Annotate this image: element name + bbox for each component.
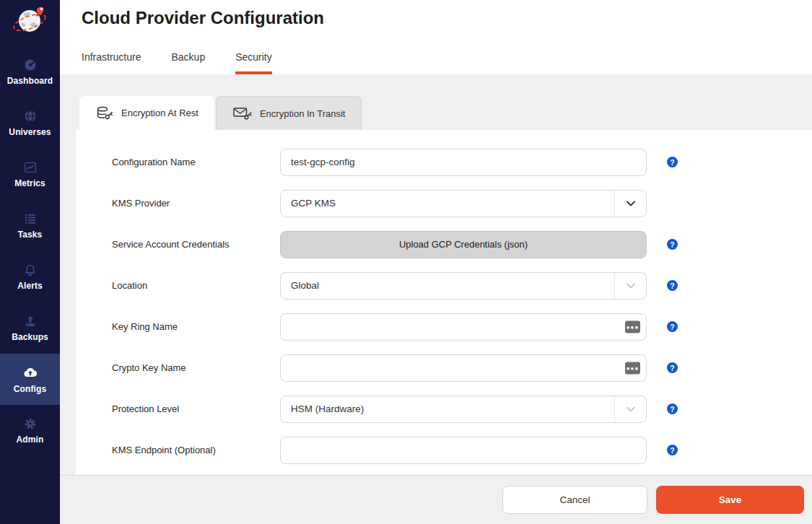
form-row-location: Location Global ? (76, 265, 812, 306)
key-ring-name-label: Key Ring Name (112, 321, 280, 332)
sidebar-item-configs[interactable]: Configs (0, 354, 60, 405)
sidebar-item-tasks[interactable]: Tasks (0, 200, 60, 251)
form-footer: Cancel Save (60, 475, 812, 524)
sidebar-nav: Dashboard Universes Metrics (0, 46, 60, 456)
sidebar-item-label: Tasks (18, 230, 43, 240)
kms-config-form: Configuration Name ? KMS Provider GCP KM… (76, 130, 812, 471)
key-ring-name-input[interactable] (280, 313, 647, 341)
admin-gear-icon (23, 416, 38, 431)
form-row-key-ring-name: Key Ring Name ●●● ? (76, 306, 812, 347)
sidebar-item-metrics[interactable]: Metrics (0, 149, 60, 200)
location-label: Location (112, 280, 280, 291)
help-icon[interactable]: ? (667, 157, 678, 167)
tab-infrastructure[interactable]: Infrastructure (82, 51, 141, 74)
form-row-configuration-name: Configuration Name ? (76, 141, 812, 183)
dashboard-gauge-icon (23, 58, 38, 72)
kms-provider-label: KMS Provider (112, 198, 280, 209)
subtab-encryption-in-transit[interactable]: Encryption In Transit (216, 96, 362, 130)
page-title: Cloud Provider Configuration (82, 8, 324, 28)
main-area: Cloud Provider Configuration Infrastruct… (60, 0, 812, 524)
service-account-credentials-label: Service Account Credentials (112, 239, 280, 250)
globe-rocket-logo-icon (8, 3, 53, 38)
form-row-kms-endpoint: KMS Endpoint (Optional) ? (76, 429, 812, 471)
kms-endpoint-label: KMS Endpoint (Optional) (112, 445, 280, 455)
configuration-name-label: Configuration Name (112, 157, 280, 167)
save-button[interactable]: Save (656, 486, 804, 514)
backups-upload-icon (23, 314, 38, 328)
upload-gcp-credentials-button[interactable]: Upload GCP Credentials (json) (280, 231, 647, 258)
form-row-service-account-credentials: Service Account Credentials Upload GCP C… (76, 224, 812, 265)
chevron-down-icon (614, 273, 646, 299)
help-icon[interactable]: ? (667, 321, 678, 332)
subtab-label: Encryption In Transit (260, 108, 346, 119)
chevron-down-icon (614, 396, 646, 422)
alerts-bell-icon (23, 263, 38, 277)
ellipsis-picker-icon[interactable]: ●●● (625, 362, 640, 374)
top-tab-bar: Infrastructure Backup Security (82, 51, 272, 74)
ellipsis-picker-icon[interactable]: ●●● (625, 320, 640, 333)
configuration-name-input[interactable] (280, 149, 647, 176)
location-select[interactable]: Global (280, 272, 647, 300)
kms-provider-select[interactable]: GCP KMS (280, 190, 647, 217)
encryption-at-rest-panel: Configuration Name ? KMS Provider GCP KM… (76, 130, 812, 475)
form-row-protection-level: Protection Level HSM (Hardware) ? (76, 388, 812, 429)
help-icon[interactable]: ? (667, 403, 678, 414)
protection-level-value: HSM (Hardware) (291, 403, 364, 414)
sidebar-item-label: Alerts (17, 281, 43, 291)
app-logo[interactable] (0, 0, 60, 40)
sidebar-item-label: Configs (14, 384, 46, 394)
crypto-key-name-label: Crypto Key Name (112, 362, 280, 373)
envelope-key-icon (232, 106, 253, 121)
sidebar-item-label: Admin (17, 435, 44, 445)
sidebar-item-label: Universes (9, 127, 51, 137)
page-header: Cloud Provider Configuration Infrastruct… (60, 0, 812, 74)
tab-security[interactable]: Security (235, 51, 272, 74)
metrics-chart-icon (23, 160, 38, 175)
location-value: Global (291, 280, 319, 291)
tab-backup[interactable]: Backup (171, 51, 205, 74)
sidebar-item-admin[interactable]: Admin (0, 405, 60, 456)
sidebar: Dashboard Universes Metrics (0, 0, 60, 524)
sidebar-item-universes[interactable]: Universes (0, 97, 60, 149)
crypto-key-name-input[interactable] (280, 354, 647, 382)
chevron-down-icon (614, 191, 646, 217)
cancel-button[interactable]: Cancel (502, 486, 647, 514)
subtab-encryption-at-rest[interactable]: Encryption At Rest (79, 96, 214, 130)
form-row-kms-provider: KMS Provider GCP KMS (76, 183, 812, 224)
sidebar-item-backups[interactable]: Backups (0, 302, 60, 354)
help-icon[interactable]: ? (667, 445, 678, 455)
help-icon[interactable]: ? (667, 239, 678, 250)
sidebar-item-dashboard[interactable]: Dashboard (0, 46, 60, 97)
protection-level-label: Protection Level (112, 403, 280, 414)
subtab-label: Encryption At Rest (121, 108, 198, 118)
universes-globe-icon (23, 109, 38, 123)
sidebar-item-label: Dashboard (7, 76, 53, 86)
tasks-list-icon (23, 211, 38, 226)
help-icon[interactable]: ? (667, 280, 678, 291)
database-key-icon (95, 106, 114, 121)
content-area: Encryption At Rest Encryption In Transit (60, 74, 812, 524)
help-icon[interactable]: ? (667, 362, 678, 373)
encryption-subtab-bar: Encryption At Rest Encryption In Transit (79, 96, 362, 130)
kms-provider-value: GCP KMS (291, 198, 336, 209)
configs-cloud-icon (22, 364, 38, 380)
sidebar-item-label: Metrics (14, 178, 45, 188)
sidebar-item-label: Backups (12, 332, 48, 342)
sidebar-item-alerts[interactable]: Alerts (0, 251, 60, 302)
form-row-crypto-key-name: Crypto Key Name ●●● ? (76, 347, 812, 388)
help-spacer (667, 198, 678, 209)
kms-endpoint-input[interactable] (280, 437, 647, 464)
protection-level-select[interactable]: HSM (Hardware) (280, 396, 647, 423)
